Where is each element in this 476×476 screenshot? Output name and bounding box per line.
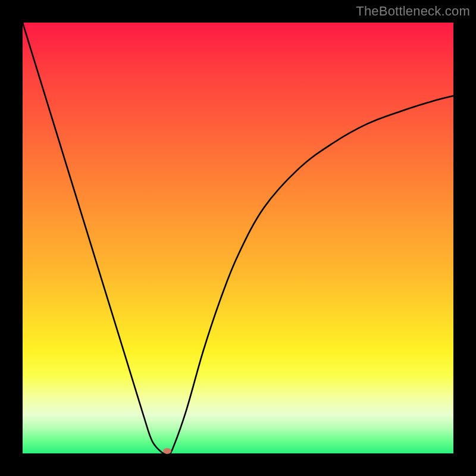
watermark-text: TheBottleneck.com	[356, 4, 470, 19]
plot-area	[23, 23, 453, 453]
optimal-point-marker	[163, 448, 171, 454]
bottleneck-curve	[23, 23, 453, 453]
chart-frame: TheBottleneck.com	[0, 0, 476, 476]
